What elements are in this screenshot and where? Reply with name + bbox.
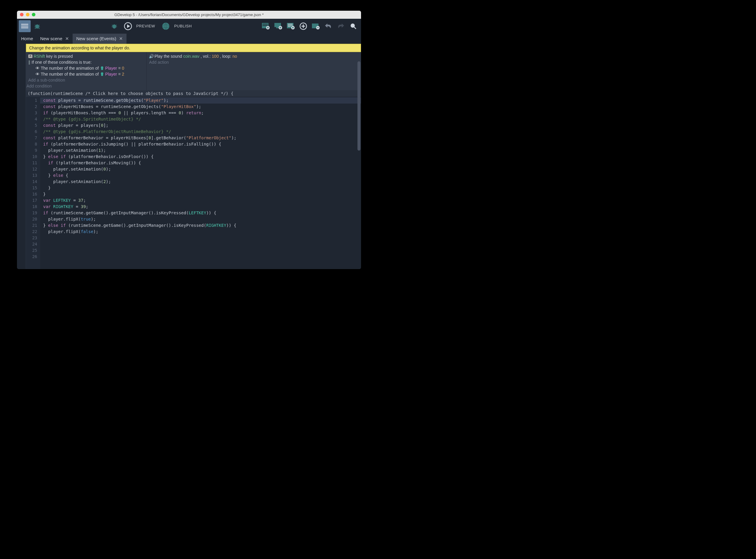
value: 0 [122,66,124,70]
svg-line-8 [35,28,36,28]
add-subevent-button[interactable] [272,20,284,32]
svg-rect-21 [262,25,268,26]
svg-rect-2 [21,27,28,28]
code-editor[interactable]: 1234567891011121314151617181920212223242… [26,97,361,269]
svg-rect-31 [288,24,293,24]
svg-point-47 [101,72,103,75]
svg-line-11 [112,25,113,26]
preview-label: PREVIEW [136,24,155,28]
svg-line-5 [39,25,40,26]
close-icon[interactable]: ✕ [119,36,123,41]
add-comment-button[interactable] [285,20,297,32]
minimize-window-button[interactable] [26,13,29,16]
line-numbers: 1234567891011121314151617181920212223242… [26,97,40,269]
value: 2 [122,72,124,76]
preview-button[interactable] [122,20,134,32]
delete-event-button[interactable] [310,20,322,32]
event-row: A RShift key is pressed ‖ If one of thes… [26,52,361,90]
traffic-lights [20,13,36,16]
event-comment[interactable]: Change the animation according to what t… [26,44,361,52]
debug-preview-icon[interactable] [108,20,120,32]
volume-value: 100 [212,54,219,59]
eye-icon: 👁 [36,66,40,70]
loop-value: no [232,54,237,59]
content-area: Change the animation according to what t… [17,44,361,269]
svg-point-45 [101,66,103,69]
events-main: Change the animation according to what t… [26,44,361,269]
tab-label: Home [21,36,33,41]
svg-rect-33 [288,26,291,27]
undo-button[interactable] [322,20,334,32]
svg-line-44 [354,27,356,29]
or-icon: ‖ [28,60,30,65]
js-function-header[interactable]: (function(runtimeScene /* Click here to … [26,90,361,97]
svg-rect-20 [262,24,268,24]
object-icon [100,66,104,70]
equals: = [118,72,120,76]
vertical-scrollbar[interactable] [358,61,361,151]
close-window-button[interactable] [20,13,24,16]
svg-rect-48 [101,74,103,76]
condition-text: The number of the animation of [41,66,99,70]
publish-label: PUBLISH [174,24,192,28]
event-gutter [17,44,26,269]
object-name: Player [105,72,117,76]
close-icon[interactable]: ✕ [65,36,69,41]
publish-button[interactable] [160,20,172,32]
maximize-window-button[interactable] [32,13,36,16]
project-panel-button[interactable] [19,20,31,32]
svg-marker-16 [127,24,130,28]
actions-column[interactable]: 🔊 Play the sound coin.wav, vol.: 100, lo… [147,52,361,90]
svg-rect-32 [288,25,293,26]
code-content[interactable]: const players = runtimeScene.getObjects(… [40,97,361,269]
titlebar: GDevelop 5 - /Users/florian/Documents/GD… [17,11,361,19]
svg-point-10 [113,24,116,28]
equals: = [118,66,120,70]
conditions-column[interactable]: A RShift key is pressed ‖ If one of thes… [26,52,147,90]
action-text: , loop: [220,54,231,59]
add-event-button[interactable] [260,20,272,32]
tab-new-scene[interactable]: New scene ✕ [37,33,73,44]
add-sub-condition-link[interactable]: Add a sub-condition [28,77,146,83]
condition-text: If one of these conditions is true: [31,60,92,65]
svg-point-43 [351,23,355,28]
svg-rect-46 [101,68,103,70]
svg-line-9 [39,28,40,28]
object-icon [100,72,104,76]
svg-point-17 [162,23,169,30]
sound-file: coin.wav [183,54,200,59]
action-text: Play the sound [155,54,182,59]
tab-bar: Home New scene ✕ New scene (Events) ✕ [17,33,361,44]
action-text: , vol.: [201,54,210,59]
tab-label: New scene (Events) [76,36,116,41]
app-window: GDevelop 5 - /Users/florian/Documents/GD… [17,11,361,269]
tab-label: New scene [40,36,62,41]
add-special-event-button[interactable] [297,20,309,32]
condition-text: key is pressed [46,54,73,59]
toolbar: PREVIEW PUBLISH [17,19,361,33]
add-condition-link[interactable]: Add condition [26,83,146,89]
sound-icon: 🔊 [149,54,153,58]
svg-line-12 [115,25,117,26]
tab-home[interactable]: Home [18,33,37,44]
svg-rect-1 [21,26,28,26]
svg-rect-0 [21,24,28,25]
svg-line-4 [35,25,36,26]
object-name: Player [105,66,117,70]
redo-button[interactable] [335,20,347,32]
add-action-link[interactable]: Add action [149,59,359,65]
window-title: GDevelop 5 - /Users/florian/Documents/GD… [17,13,361,17]
debugger-icon[interactable] [31,20,43,32]
tab-new-scene-events[interactable]: New scene (Events) ✕ [73,33,127,44]
search-button[interactable] [347,20,359,32]
key-name: RShift [33,54,45,59]
condition-text: The number of the animation of [41,72,99,76]
keyboard-icon: A [28,54,32,58]
eye-icon: 👁 [36,72,40,76]
